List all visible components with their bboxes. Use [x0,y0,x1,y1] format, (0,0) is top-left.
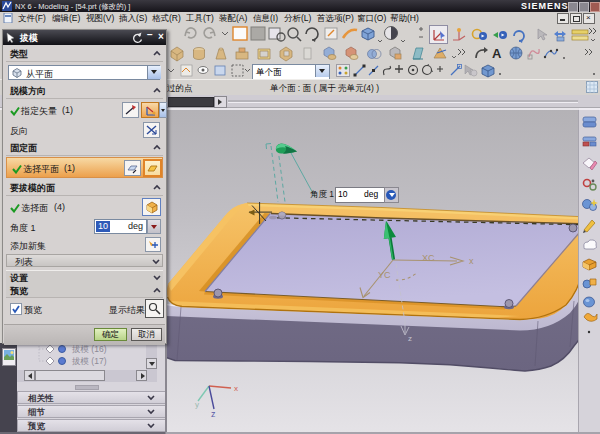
svg-text:y: y [195,400,199,409]
svg-text:z: z [408,334,412,343]
svg-text:YC: YC [378,270,391,280]
svg-text:XC: XC [422,253,435,263]
svg-text:z: z [211,409,216,419]
svg-text:x: x [469,256,474,266]
svg-text:x: x [234,384,238,393]
svg-text:A: A [492,46,502,61]
